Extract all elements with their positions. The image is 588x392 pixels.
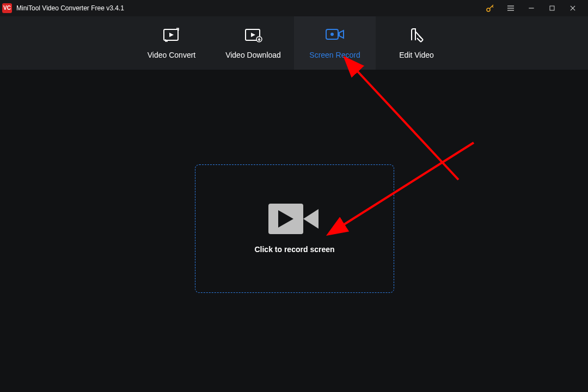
app-title: MiniTool Video Converter Free v3.4.1: [16, 4, 124, 12]
tab-label: Video Download: [225, 51, 281, 59]
svg-rect-7: [550, 6, 554, 10]
svg-marker-11: [169, 33, 174, 37]
svg-line-2: [492, 6, 493, 7]
app-window: VC MiniTool Video Converter Free v3.4.1: [0, 0, 588, 392]
svg-marker-13: [251, 33, 255, 37]
menu-icon[interactable]: [505, 3, 516, 14]
svg-marker-17: [339, 30, 344, 38]
tab-label: Video Convert: [148, 51, 195, 59]
close-button[interactable]: [567, 3, 578, 14]
tab-label: Edit Video: [399, 51, 434, 59]
convert-icon: [162, 27, 181, 43]
svg-line-20: [355, 69, 458, 180]
tab-video-download[interactable]: Video Download: [212, 16, 294, 70]
record-prompt-text: Click to record screen: [254, 245, 334, 254]
tab-label: Screen Record: [309, 51, 360, 59]
app-logo-text: VC: [3, 5, 11, 11]
maximize-button[interactable]: [547, 3, 558, 14]
key-icon[interactable]: [485, 3, 495, 14]
camera-icon: [268, 204, 321, 234]
record-icon: [325, 27, 345, 43]
edit-icon: [408, 27, 425, 43]
tab-edit-video[interactable]: Edit Video: [376, 16, 457, 70]
nav-tabs: Video Convert Video Download: [0, 16, 588, 70]
tab-screen-record[interactable]: Screen Record: [294, 16, 376, 70]
svg-point-0: [487, 8, 490, 11]
minimize-button[interactable]: [526, 3, 537, 14]
titlebar: VC MiniTool Video Converter Free v3.4.1: [0, 0, 588, 16]
record-screen-button[interactable]: Click to record screen: [195, 164, 394, 293]
main-area: Click to record screen: [0, 70, 588, 392]
tab-video-convert[interactable]: Video Convert: [131, 16, 212, 70]
svg-point-18: [330, 33, 334, 36]
download-icon: [244, 27, 262, 43]
titlebar-actions: [485, 3, 586, 14]
app-logo: VC: [2, 3, 12, 13]
